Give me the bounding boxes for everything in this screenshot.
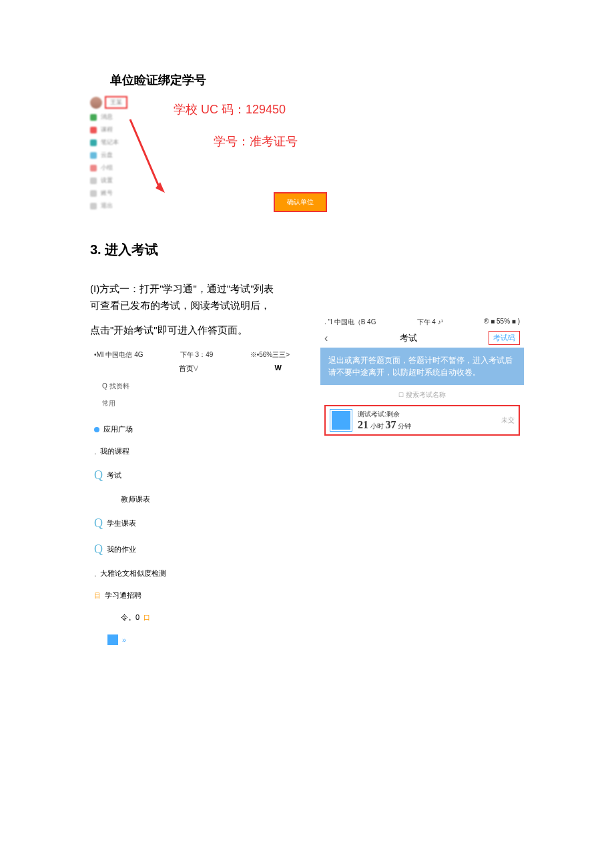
exam-page-title: 考试	[400, 332, 417, 344]
nav-w: W	[275, 364, 282, 372]
student-table-item[interactable]: 学生课表	[107, 518, 136, 528]
footer-text: 令。0	[121, 612, 139, 622]
search-exam[interactable]: ☐ 搜索考试名称	[320, 385, 524, 405]
search-bar[interactable]: Q 找资料	[94, 378, 290, 395]
exam-notice: 退出或离开答题页面，答题计时不暂停，进入考试后请不要中途离开，以防超时系统自动收…	[320, 348, 524, 385]
exam-entry[interactable]: 测试考试:剩余 21 小时 37 分钟 未交	[324, 405, 520, 436]
phone-sidebar-mock: 王某 消息 课程 笔记本 云盘 小组 设置 账号 退出	[90, 96, 160, 214]
exam-icon-border	[330, 409, 352, 432]
time-label: 下午 3：49	[180, 350, 213, 360]
blue-box-icon	[107, 634, 118, 645]
app-square-item[interactable]: 应用广场	[103, 424, 133, 434]
dot-icon	[94, 427, 99, 432]
time-label: 下午 4 ♪¹	[417, 318, 443, 327]
name-box: 王某	[105, 96, 127, 109]
uc-code-annotation: 学校 UC 码：129450	[174, 101, 524, 117]
homework-item[interactable]: 我的作业	[107, 544, 136, 554]
q-icon: Q	[94, 542, 103, 556]
file-icon: 目	[94, 591, 101, 600]
thesis-item[interactable]: 大雅论文相似度检测	[100, 568, 166, 578]
nav-home[interactable]: 首页	[179, 364, 194, 372]
avatar	[90, 97, 102, 109]
my-course-item[interactable]: 我的课程	[100, 446, 129, 456]
q-icon: Q	[94, 516, 103, 530]
method1-text-a: (I)方式一：打开"学习通"，通过"考试"列表	[90, 283, 524, 296]
method1-text-b: 可查看已发布的考试，阅读考试说明后，	[90, 300, 524, 312]
carrier-label: . "I 中国电（B 4G	[324, 318, 376, 327]
exam-item[interactable]: 考试	[107, 470, 121, 480]
student-id-annotation: 学号：准考证号	[214, 133, 524, 149]
phone-b-mock: . "I 中国电（B 4G 下午 4 ♪¹ ® ■ 55% ■ ) ‹ 考试 考…	[320, 316, 524, 436]
q-icon: Q	[94, 468, 103, 482]
section1-title: 单位睑证绑定学号	[110, 72, 524, 88]
battery-label: ® ■ 55% ■ )	[484, 318, 520, 327]
exam-icon	[332, 411, 350, 430]
section3-heading: 3. 进入考试	[90, 241, 524, 259]
battery-label: ※•56%三三>	[250, 350, 290, 360]
exam-status: 未交	[501, 416, 515, 425]
back-arrow-icon[interactable]: ‹	[324, 332, 328, 344]
method1-text-c: 点击"开始考试"即可进入作答页面。	[90, 324, 294, 337]
phone-a-mock: •MI 中国电信 4G 下午 3：49 ※•56%三三> 首页V W Q 找资料…	[90, 350, 294, 645]
recruit-item[interactable]: 学习通招聘	[105, 590, 141, 600]
teacher-table-item[interactable]: 教师课表	[121, 494, 150, 504]
confirm-unit-button[interactable]: 确认单位	[274, 192, 327, 212]
carrier-label: •MI 中国电信 4G	[94, 350, 143, 360]
exam-code-button[interactable]: 考试码	[489, 331, 520, 345]
common-label: 常用	[94, 395, 290, 412]
